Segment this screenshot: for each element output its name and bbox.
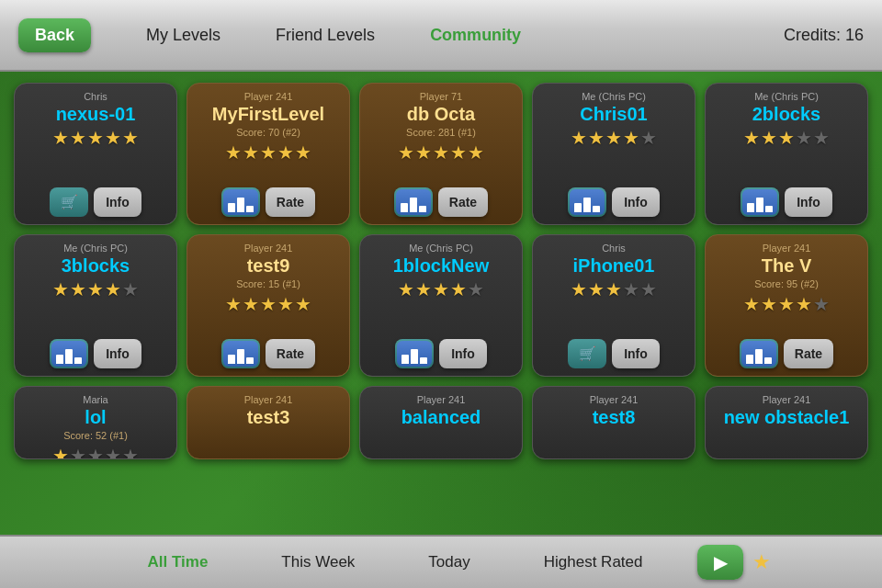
cart-button[interactable]: 🛒 [568,339,606,368]
star-1: ★ [225,141,242,164]
card-author: Player 241 [244,394,293,405]
back-button[interactable]: Back [18,18,91,52]
star-5: ★ [295,141,311,164]
card-author: Me (Chris PC) [63,243,128,254]
rate-button[interactable]: Rate [438,187,488,217]
lb-bar-2 [755,349,763,364]
lb-bar-3 [246,206,254,212]
card-buttons: Info [395,339,487,368]
nav-today[interactable]: Today [391,553,506,571]
card-stars: ★ ★ ★ ★ ★ [398,278,484,300]
star-3: ★ [605,127,622,149]
rate-button[interactable]: Rate [266,187,315,217]
star-1: ★ [225,293,242,315]
star-1: ★ [743,127,760,149]
nav-friend-levels[interactable]: Friend Levels [248,26,402,45]
star-5: ★ [122,127,139,149]
card-score: Score: 70 (#2) [236,127,300,138]
star-1: ★ [52,278,69,300]
card-2blocks: Me (Chris PC) 2blocks ★ ★ ★ ★ ★ Info [705,83,868,225]
leaderboard-icon [742,189,777,215]
info-button[interactable]: Info [785,187,832,217]
card-title: test8 [593,407,636,427]
card-author: Chris [84,91,107,102]
star-4: ★ [277,141,294,164]
card-title: The V [762,255,811,276]
card-stars: ★ ★ ★ ★ ★ [225,141,311,164]
star-3: ★ [605,278,622,300]
lb-bar-1 [747,203,754,212]
card-stars: ★ ★ ★ ★ ★ [398,141,484,164]
info-button[interactable]: Info [94,187,141,217]
nav-highest-rated[interactable]: Highest Rated [507,553,680,571]
leaderboard-button[interactable] [741,187,779,217]
card-buttons: Info [741,187,832,217]
cards-row-3: Maria lol Score: 52 (#1) ★ ★ ★ ★ ★ Playe… [14,386,868,459]
leaderboard-button[interactable] [568,187,606,217]
lb-bar-3 [420,357,427,364]
star-4: ★ [105,127,121,149]
card-buttons: Info [50,339,141,368]
card-title: balanced [401,407,481,427]
leaderboard-button[interactable] [221,187,260,217]
leaderboard-icon [223,341,258,367]
lb-bar-3 [74,357,82,364]
card-author: Chris [602,243,626,254]
star-4: ★ [796,293,812,315]
star-3: ★ [260,293,277,315]
card-author: Maria [83,394,108,405]
info-button[interactable]: Info [439,339,487,368]
card-nexus-01: Chris nexus-01 ★ ★ ★ ★ ★ 🛒 Info [14,83,177,225]
star-2: ★ [70,127,86,149]
card-author: Me (Chris PC) [582,91,646,102]
leaderboard-button[interactable] [221,339,260,368]
star-4: ★ [105,278,121,300]
card-title: db Octa [407,104,475,124]
leaderboard-button[interactable] [394,187,433,217]
nav-community[interactable]: Community [402,26,548,45]
leaderboard-icon [396,189,431,215]
lb-bar-2 [237,349,244,364]
card-title: 2blocks [752,104,820,124]
star-5: ★ [122,278,139,300]
card-stars: ★ ★ ★ ★ ★ [52,445,139,459]
lb-bar-2 [410,198,417,212]
cart-button[interactable]: 🛒 [50,187,88,217]
lb-bar-1 [56,355,63,364]
card-title: test3 [247,407,290,427]
leaderboard-icon [570,189,605,215]
star-1: ★ [571,278,587,300]
star-1: ★ [398,141,414,164]
star-2: ★ [243,141,259,164]
card-score: Score: 52 (#1) [63,430,128,441]
card-title: iPhone01 [573,255,655,276]
info-button[interactable]: Info [94,339,141,368]
card-title: MyFirstLevel [212,104,324,124]
card-stars: ★ ★ ★ ★ ★ [52,127,139,149]
rate-button[interactable]: Rate [784,339,833,368]
star-4: ★ [796,127,812,149]
next-button[interactable]: ▶ [697,545,743,580]
card-buttons: Rate [221,187,315,217]
card-author: Player 241 [763,394,811,405]
lb-bar-2 [65,349,73,364]
star-2: ★ [415,141,432,164]
card-test3: Player 241 test3 [187,386,350,459]
star-4: ★ [277,293,294,315]
nav-all-time[interactable]: All Time [111,553,245,571]
leaderboard-button[interactable] [395,339,434,368]
info-button[interactable]: Info [612,187,660,217]
main-content: Chris nexus-01 ★ ★ ★ ★ ★ 🛒 Info Player 2… [0,72,882,467]
card-thev: Player 241 The V Score: 95 (#2) ★ ★ ★ ★ … [705,234,868,377]
card-score: Score: 15 (#1) [236,278,300,289]
nav-my-levels[interactable]: My Levels [119,26,248,45]
card-score: Score: 95 (#2) [754,278,819,289]
card-title: test9 [247,255,290,276]
lb-bar-1 [574,203,582,212]
leaderboard-button[interactable] [740,339,778,368]
info-button[interactable]: Info [612,339,660,368]
header: Back My Levels Friend Levels Community C… [0,0,882,72]
nav-this-week[interactable]: This Week [244,553,391,571]
rate-button[interactable]: Rate [266,339,315,368]
leaderboard-button[interactable] [50,339,88,368]
